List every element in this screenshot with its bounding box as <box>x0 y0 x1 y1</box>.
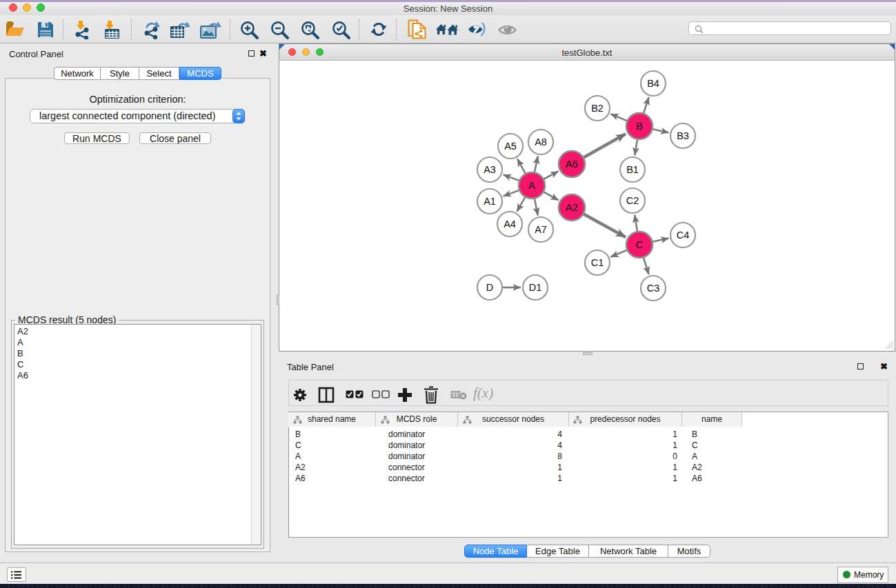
svg-text:A1: A1 <box>484 196 496 207</box>
svg-text:A3: A3 <box>484 164 496 175</box>
svg-text:B4: B4 <box>647 78 659 89</box>
svg-text:C3: C3 <box>647 283 660 294</box>
svg-text:A: A <box>528 179 535 191</box>
svg-text:B1: B1 <box>626 164 639 175</box>
svg-text:C4: C4 <box>677 230 690 241</box>
svg-text:A6: A6 <box>566 158 578 170</box>
svg-text:A5: A5 <box>504 141 517 152</box>
svg-text:C: C <box>636 239 644 250</box>
svg-text:A4: A4 <box>504 219 516 230</box>
svg-text:D1: D1 <box>529 282 542 293</box>
svg-text:C1: C1 <box>591 257 604 268</box>
svg-text:B3: B3 <box>677 130 689 141</box>
svg-text:A8: A8 <box>535 136 547 148</box>
svg-text:A7: A7 <box>535 224 547 235</box>
svg-text:D: D <box>486 282 493 293</box>
svg-text:B: B <box>636 120 643 132</box>
svg-text:B2: B2 <box>591 103 604 114</box>
svg-text:A2: A2 <box>566 201 578 213</box>
svg-text:C2: C2 <box>626 195 639 206</box>
